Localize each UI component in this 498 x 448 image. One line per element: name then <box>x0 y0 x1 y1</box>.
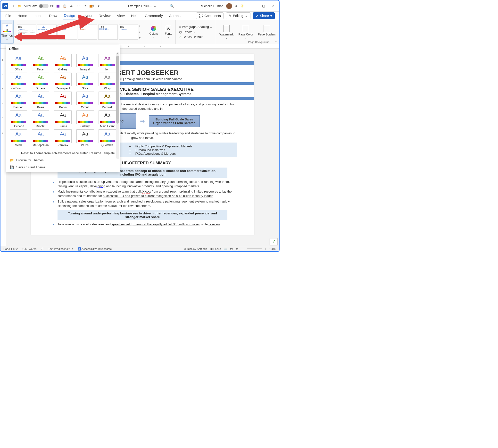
style-thumb[interactable]: TitleHeading 1 <box>119 25 138 40</box>
bullet-item: Helped build 8 successful start-up ventu… <box>53 180 237 188</box>
theme-option-frame[interactable]: AaFrame <box>52 111 73 128</box>
zoom-level[interactable]: 100% <box>269 247 276 250</box>
share-button[interactable]: ↗ Share ▾ <box>253 12 275 19</box>
theme-option-damask[interactable]: AaDamask <box>97 92 118 109</box>
bullet-item: Built a national sales organization from… <box>53 199 237 208</box>
statusbar: Page 1 of 2 1063 words 🖊 Text Prediction… <box>0 246 279 251</box>
theme-option-metropolitan[interactable]: AaMetropolitan <box>30 129 51 147</box>
user-name[interactable]: Michelle Dumas <box>201 4 223 8</box>
open-file-icon[interactable]: 📂 <box>17 4 22 9</box>
title-dropdown-icon[interactable]: ⌄ <box>154 4 156 8</box>
display-settings[interactable]: 🖥 Display Settings <box>183 247 207 250</box>
dropdown-scrollbar[interactable]: ▴ <box>116 52 119 159</box>
style-thumb[interactable]: TitleHEADING 1 <box>98 25 118 40</box>
theme-option-basis[interactable]: AaBasis <box>30 92 51 109</box>
text-predictions[interactable]: Text Predictions: On <box>48 247 73 250</box>
menu-grammarly[interactable]: Grammarly <box>144 12 163 19</box>
browse-themes-action[interactable]: 📂Browse for Themes... <box>6 157 120 164</box>
theme-option-berlin[interactable]: AaBerlin <box>52 92 73 109</box>
theme-option-slice[interactable]: AaSlice <box>75 73 96 90</box>
print-icon[interactable]: 🖶 <box>69 4 74 9</box>
reset-theme-action[interactable]: Reset to Theme from Achievements Acceler… <box>6 150 120 157</box>
undo-icon[interactable]: ↶ <box>76 4 81 9</box>
quick-action-icon[interactable]: 📋 <box>62 4 67 9</box>
redo-icon[interactable]: ↷ <box>83 4 88 9</box>
page-borders-button[interactable]: Page Borders <box>256 24 278 40</box>
theme-option-office[interactable]: AaOffice <box>8 54 29 71</box>
menu-help[interactable]: Help <box>131 12 139 19</box>
minimize-button[interactable]: — <box>250 3 258 9</box>
menu-acrobat[interactable]: Acrobat <box>169 12 182 19</box>
avatar[interactable] <box>226 3 232 9</box>
autosave-label: AutoSave <box>24 4 37 8</box>
view-web-icon[interactable]: ▦ <box>236 247 238 251</box>
zoom-in[interactable]: + <box>265 247 266 250</box>
menu-file[interactable]: File <box>5 12 12 19</box>
menu-view[interactable]: View <box>116 12 125 19</box>
highlight-icon[interactable]: ▾ <box>90 4 94 9</box>
theme-option-mesh[interactable]: AaMesh <box>8 129 29 147</box>
zoom-slider[interactable] <box>247 248 262 249</box>
menu-review[interactable]: Review <box>98 12 111 19</box>
page-background-group-label: Page Background <box>248 41 269 44</box>
theme-option-dividend[interactable]: AaDividend <box>8 111 29 128</box>
zoom-out[interactable]: — <box>241 247 244 250</box>
ribbon-collapse-icon[interactable]: ⌄ <box>275 40 277 43</box>
theme-option-organic[interactable]: AaOrganic <box>30 73 51 90</box>
theme-option-gallery[interactable]: AaGallery <box>52 54 73 71</box>
set-default-button[interactable]: ✓ Set as Default <box>179 35 212 39</box>
new-file-icon[interactable]: 🗋 <box>10 4 15 9</box>
effects-button[interactable]: ◔ Effects ⌄ <box>179 30 212 34</box>
view-read-icon[interactable]: 📖 <box>224 247 227 251</box>
theme-option-parcel[interactable]: AaParcel <box>75 129 96 147</box>
sparkle-icon[interactable]: ✨ <box>240 4 244 8</box>
search-icon[interactable]: 🔍 <box>170 4 174 8</box>
autosave-state: Off <box>50 5 53 8</box>
themes-button[interactable]: Aa Themes ⌄ <box>0 20 14 44</box>
more-icon[interactable]: ▾ <box>96 4 101 9</box>
folder-icon: 📂 <box>10 158 14 162</box>
focus-mode[interactable]: ▣ Focus <box>210 247 221 251</box>
theme-option-ionboard[interactable]: AaIon Board… <box>8 73 29 90</box>
fonts-button[interactable]: AFonts⌄ <box>163 25 174 39</box>
theme-option-gallery[interactable]: AaGallery <box>75 111 96 128</box>
maximize-button[interactable]: ▢ <box>260 3 267 9</box>
theme-option-integral[interactable]: AaIntegral <box>75 54 96 71</box>
close-button[interactable]: ✕ <box>269 3 277 9</box>
shade-item: Turnaround Initiatives <box>120 148 192 152</box>
gallery-expand[interactable]: ▴▾⊽ <box>139 25 142 40</box>
theme-option-quotable[interactable]: AaQuotable <box>97 129 118 147</box>
page-color-button[interactable]: Page Color⌄ <box>237 24 255 40</box>
watermark-button[interactable]: Watermark⌄ <box>218 24 235 40</box>
view-print-icon[interactable]: ▤ <box>230 247 233 251</box>
bullet-item: Made instrumental contributions on execu… <box>53 189 237 198</box>
editing-button[interactable]: ✎ Editing ⌄ <box>226 12 250 19</box>
accessibility-status[interactable]: ♿ Accessibility: Investigate <box>78 247 112 251</box>
autosave-toggle[interactable]: AutoSave Off <box>24 4 54 8</box>
theme-option-parallax[interactable]: AaParallax <box>52 129 73 147</box>
themes-dropdown: Office AaOfficeAaFacetAaGalleryAaIntegra… <box>6 45 120 172</box>
comments-button[interactable]: 💬 Comments <box>196 12 223 19</box>
theme-option-wisp[interactable]: AaWisp <box>97 73 118 90</box>
save-icon[interactable] <box>56 4 61 9</box>
theme-option-circuit[interactable]: AaCircuit <box>75 92 96 109</box>
status-check-icon[interactable]: ✓ <box>270 238 278 245</box>
theme-option-banded[interactable]: AaBanded <box>8 92 29 109</box>
theme-option-droplet[interactable]: AaDroplet <box>30 111 51 128</box>
vertical-ruler[interactable]: 123456 <box>0 49 5 246</box>
theme-option-mainevent[interactable]: AaMain Event <box>97 111 118 128</box>
document-title[interactable]: Example Resu… <box>128 4 152 8</box>
arrow-icon: ➡ <box>140 118 145 125</box>
shade-item: IPOs, Acquisitions & Mergers <box>120 152 192 155</box>
theme-option-ion[interactable]: AaIon <box>97 54 118 71</box>
word-app-icon: W <box>2 3 8 9</box>
save-theme-action[interactable]: 💾Save Current Theme... <box>6 164 120 171</box>
colors-button[interactable]: Colors⌄ <box>147 25 160 39</box>
theme-option-facet[interactable]: AaFacet <box>30 54 51 71</box>
language-icon[interactable]: 🖊 <box>41 247 44 250</box>
word-count[interactable]: 1063 words <box>22 247 36 250</box>
diamond-icon[interactable]: ◈ <box>235 4 237 8</box>
theme-option-retrospect[interactable]: AaRetrospect <box>52 73 73 90</box>
page-indicator[interactable]: Page 1 of 2 <box>3 247 18 250</box>
paragraph-spacing-button[interactable]: ≡ Paragraph Spacing ⌄ <box>179 25 212 29</box>
